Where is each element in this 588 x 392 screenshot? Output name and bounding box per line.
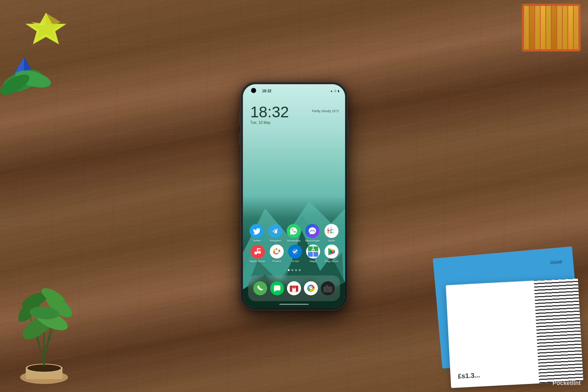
messenger-label: Messenger <box>305 239 320 243</box>
apple-music-icon <box>251 245 265 259</box>
svg-rect-77 <box>290 286 292 292</box>
clock-date: Tue, 10 May <box>250 121 289 125</box>
app-row-1: Twitter ✈ <box>247 224 341 243</box>
app-photos[interactable]: Photos <box>270 245 284 263</box>
holder-box <box>522 4 581 51</box>
magazine-lines <box>534 278 583 384</box>
whatsapp-label: WhatsApp <box>287 239 301 243</box>
page-dot-2 <box>291 269 293 271</box>
dock-gmail[interactable] <box>287 281 301 295</box>
twitter-icon <box>250 224 263 238</box>
magazine-issue-text: issue <box>550 259 562 266</box>
svg-point-53 <box>254 252 257 254</box>
pencil <box>557 6 562 49</box>
dock-chrome[interactable] <box>304 281 318 295</box>
twitter-label: Twitter <box>252 239 261 243</box>
app-whatsapp[interactable]: WhatsApp <box>287 224 301 243</box>
dock-messages[interactable] <box>270 281 284 295</box>
apple-music-label: Apple Music <box>250 260 266 263</box>
telegram-icon: ✈ <box>268 224 282 238</box>
todo-label: To Do <box>291 260 299 263</box>
slack-icon <box>325 224 338 238</box>
status-signal-icon: ▲ <box>330 89 333 93</box>
app-grid: Twitter ✈ <box>243 224 345 266</box>
app-messenger[interactable]: Messenger <box>305 224 320 243</box>
page-dots <box>243 269 345 271</box>
svg-rect-41 <box>327 228 329 229</box>
pencil <box>574 6 578 49</box>
svg-rect-50 <box>329 232 331 233</box>
svg-rect-45 <box>330 227 332 228</box>
pencil <box>541 6 545 49</box>
svg-rect-44 <box>332 229 334 230</box>
svg-point-83 <box>310 287 312 289</box>
status-battery-icon: ▮ <box>338 89 339 93</box>
photos-label: Photos <box>272 260 282 263</box>
dock <box>248 275 340 301</box>
pencil <box>568 6 573 49</box>
page-dot-1 <box>288 269 290 271</box>
phone-body: 18:32 ▲ ⊙ ▮ 18:32 Tue, 10 May Partly clo… <box>241 82 347 310</box>
status-bar: 18:32 ▲ ⊙ ▮ <box>243 84 345 95</box>
slack-label: Slack <box>328 239 335 243</box>
page-dot-3 <box>295 269 297 271</box>
magazine-white: £s1.3... <box>446 278 583 388</box>
dock-phone-icon <box>253 281 267 295</box>
app-slack[interactable]: Slack <box>325 224 338 243</box>
app-playstore[interactable]: Play Store <box>325 245 338 263</box>
magazine-price: £s1.3... <box>458 371 480 380</box>
maps-icon <box>306 245 320 259</box>
photos-icon <box>270 245 284 259</box>
svg-point-66 <box>312 250 314 251</box>
app-twitter[interactable]: Twitter <box>250 224 263 243</box>
pencil <box>546 6 551 49</box>
clock-time: 18:32 <box>250 104 289 120</box>
status-time: 18:32 <box>262 89 272 93</box>
app-maps[interactable]: Maps <box>306 245 320 263</box>
svg-point-88 <box>327 288 329 291</box>
svg-rect-49 <box>327 232 329 233</box>
svg-rect-48 <box>330 230 332 231</box>
dock-camera[interactable] <box>321 281 335 295</box>
clock-widget: 18:32 Tue, 10 May <box>250 104 289 125</box>
pencil <box>535 6 540 49</box>
magazine-decoration: issue 02 £s1.3... <box>423 208 588 392</box>
status-icons: ▲ ⊙ ▮ <box>330 89 339 93</box>
app-todo[interactable]: To Do <box>288 245 302 263</box>
weather-widget: Partly cloudy 15°C <box>312 109 339 113</box>
origami-decoration-area <box>0 0 121 99</box>
svg-point-58 <box>275 250 279 253</box>
plant-decoration <box>0 260 103 392</box>
pencil-holder-decoration <box>507 0 588 66</box>
dock-gmail-icon <box>287 281 301 295</box>
pencil <box>530 6 534 49</box>
messenger-icon <box>305 224 319 238</box>
pocketlint-watermark: Pocketlint <box>553 380 581 386</box>
pencil <box>524 6 529 49</box>
dock-camera-icon <box>321 281 335 295</box>
todo-icon <box>288 245 302 259</box>
dock-chrome-icon <box>304 281 318 295</box>
status-wifi-icon: ⊙ <box>334 89 337 93</box>
svg-text:✈: ✈ <box>273 228 277 234</box>
app-telegram[interactable]: ✈ Telegram <box>268 224 282 243</box>
playstore-icon <box>325 245 338 259</box>
home-indicator <box>279 304 309 305</box>
app-row-2: Apple Music <box>247 245 341 263</box>
origami-yellow <box>22 11 70 51</box>
svg-rect-56 <box>257 248 261 249</box>
svg-point-91 <box>330 287 331 288</box>
phone-screen[interactable]: 18:32 ▲ ⊙ ▮ 18:32 Tue, 10 May Partly clo… <box>243 84 345 308</box>
whatsapp-icon <box>287 224 301 238</box>
front-camera <box>251 88 256 93</box>
svg-rect-47 <box>332 232 334 233</box>
dock-phone[interactable] <box>253 281 267 295</box>
telegram-label: Telegram <box>269 239 281 243</box>
app-apple-music[interactable]: Apple Music <box>250 245 266 263</box>
svg-point-54 <box>258 251 261 254</box>
weather-description: Partly cloudy 15°C <box>312 109 339 113</box>
playstore-label: Play Store <box>325 260 338 263</box>
page-dot-4 <box>299 269 301 271</box>
svg-point-89 <box>328 289 329 289</box>
dock-messages-icon <box>270 281 284 295</box>
